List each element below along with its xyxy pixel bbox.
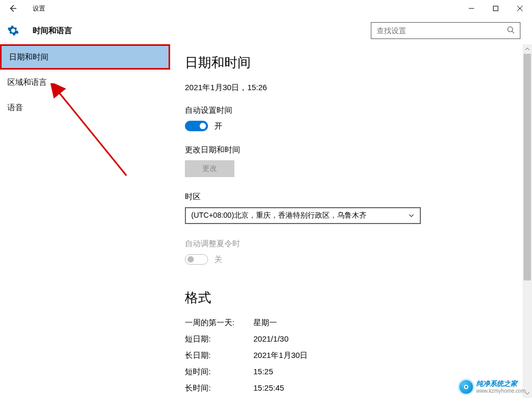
short-date-label: 短日期: [185,334,253,344]
title-bar: 设置 [0,0,532,17]
gear-icon [7,25,19,36]
page-title: 日期和时间 [185,54,517,71]
short-time-label: 短时间: [185,367,253,377]
window-controls [459,0,532,17]
watermark-logo-icon [459,380,473,394]
auto-dst-label: 自动调整夏令时 [185,239,517,249]
long-time-label: 长时间: [185,383,253,393]
back-button[interactable] [0,0,25,17]
timezone-label: 时区 [185,192,517,202]
search-box[interactable] [371,22,520,39]
settings-header: 时间和语言 [0,17,532,44]
change-datetime-button: 更改 [185,160,234,177]
auto-dst-toggle-row: 关 [185,254,517,265]
chevron-down-icon [408,212,415,219]
chevron-down-icon [525,391,529,395]
back-arrow-icon [8,4,17,13]
chevron-up-icon [525,47,529,51]
watermark-text: 纯净系统之家 www.kzmyhome.com [476,380,526,393]
search-input[interactable] [371,26,501,35]
scrollbar-thumb[interactable] [524,54,531,280]
svg-rect-0 [494,6,498,11]
long-date-value: 2021年1月30日 [253,351,517,361]
current-datetime: 2021年1月30日，15:26 [185,83,517,93]
auto-time-label: 自动设置时间 [185,105,517,115]
content-area: 日期和时间 区域和语言 语音 日期和时间 2021年1月30日，15:26 自动… [0,44,532,398]
timezone-dropdown[interactable]: (UTC+08:00)北京，重庆，香港特别行政区，乌鲁木齐 [185,207,421,224]
scrollbar[interactable] [523,44,532,398]
sidebar-item-label: 日期和时间 [9,52,48,62]
close-button[interactable] [508,0,532,17]
sidebar-item-label: 区域和语言 [7,77,47,88]
maximize-button[interactable] [484,0,508,17]
main-panel: 日期和时间 2021年1月30日，15:26 自动设置时间 开 更改日期和时间 … [170,44,532,398]
close-icon [517,6,523,11]
window-title: 设置 [33,4,45,13]
sidebar-item-region-language[interactable]: 区域和语言 [0,70,170,95]
watermark-line2: www.kzmyhome.com [476,388,526,394]
format-heading: 格式 [185,289,517,306]
header-title: 时间和语言 [33,26,72,36]
svg-point-4 [465,386,467,388]
auto-dst-toggle [185,254,208,265]
sidebar: 日期和时间 区域和语言 语音 [0,44,170,398]
scroll-up-button[interactable] [523,44,532,54]
first-day-value: 星期一 [253,318,517,328]
minimize-button[interactable] [459,0,484,17]
sidebar-item-label: 语音 [7,103,23,113]
change-datetime-label: 更改日期和时间 [185,145,517,155]
toggle-knob [188,256,194,263]
short-date-value: 2021/1/30 [253,334,517,344]
short-time-value: 15:25 [253,367,517,377]
sidebar-item-datetime[interactable]: 日期和时间 [0,44,170,70]
first-day-label: 一周的第一天: [185,318,253,328]
toggle-knob [200,123,206,129]
auto-dst-state: 关 [214,255,222,265]
auto-time-toggle-row: 开 [185,121,517,131]
search-icon [501,26,520,36]
minimize-icon [469,6,474,11]
long-date-label: 长日期: [185,351,253,361]
timezone-selected: (UTC+08:00)北京，重庆，香港特别行政区，乌鲁木齐 [191,211,367,220]
auto-time-toggle[interactable] [185,121,208,131]
sidebar-item-speech[interactable]: 语音 [0,95,170,120]
maximize-icon [493,6,498,11]
watermark-line1: 纯净系统之家 [476,380,526,387]
auto-time-state: 开 [214,121,222,131]
svg-point-1 [508,26,513,31]
watermark: 纯净系统之家 www.kzmyhome.com [459,380,526,394]
